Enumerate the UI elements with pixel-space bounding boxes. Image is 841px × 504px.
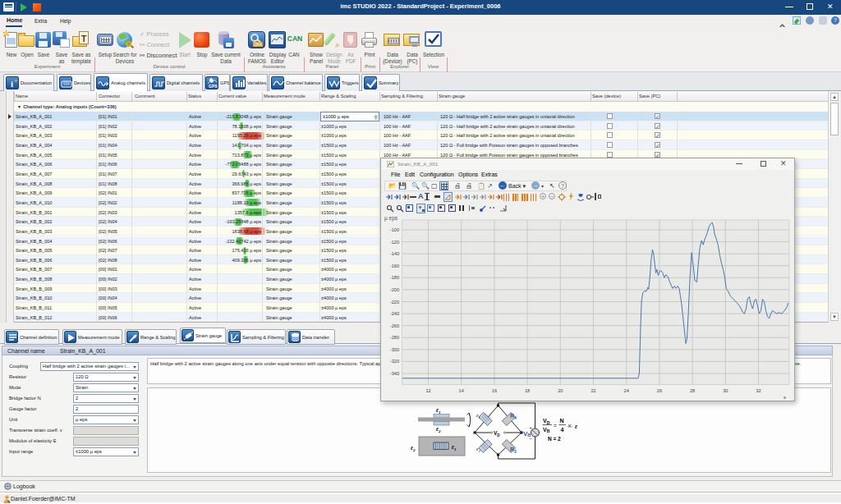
svg-text:22: 22 — [591, 388, 595, 393]
svg-text:i: i — [11, 79, 13, 89]
svg-text:-340: -340 — [390, 371, 399, 376]
svg-text:-200: -200 — [390, 287, 399, 292]
svg-text:-140: -140 — [390, 251, 399, 256]
svg-text:ε2: ε2 — [436, 425, 441, 433]
svg-text:ε1: ε1 — [476, 412, 480, 419]
svg-text:26: 26 — [657, 388, 662, 393]
svg-text:VD: VD — [494, 430, 500, 438]
svg-text:ε2: ε2 — [411, 444, 416, 452]
svg-text:14: 14 — [459, 388, 464, 393]
svg-text:ε: ε — [575, 423, 578, 430]
svg-text:18: 18 — [525, 388, 530, 393]
svg-text:-320: -320 — [390, 359, 399, 364]
svg-text:N = 2: N = 2 — [548, 436, 561, 442]
svg-text:VD: VD — [543, 418, 550, 425]
svg-text:+: + — [14, 78, 17, 84]
svg-text:-100: -100 — [390, 227, 399, 232]
svg-text:·K·: ·K· — [567, 424, 573, 428]
svg-text:30: 30 — [723, 388, 728, 393]
svg-text:ε1: ε1 — [436, 406, 441, 415]
svg-text:+: + — [530, 425, 532, 430]
svg-text:VB: VB — [543, 427, 550, 434]
svg-text:16: 16 — [492, 388, 497, 393]
svg-text:N: N — [560, 418, 564, 424]
svg-text:-180: -180 — [390, 275, 399, 280]
svg-text:-300: -300 — [390, 347, 399, 352]
svg-text:-240: -240 — [390, 311, 399, 316]
svg-text:-260: -260 — [390, 323, 399, 328]
svg-text:32: 32 — [756, 388, 761, 393]
svg-text:-220: -220 — [390, 300, 399, 305]
svg-text:-120: -120 — [390, 240, 399, 245]
svg-text:=: = — [554, 423, 557, 428]
svg-text:24: 24 — [624, 388, 629, 393]
svg-text:-160: -160 — [390, 263, 399, 268]
svg-text:12: 12 — [425, 388, 430, 393]
svg-text:4: 4 — [561, 427, 564, 433]
svg-text:VB: VB — [523, 430, 531, 438]
svg-text:-280: -280 — [390, 335, 399, 340]
svg-text:28: 28 — [690, 388, 695, 393]
svg-text:20: 20 — [558, 388, 563, 393]
svg-text:GPS: GPS — [209, 84, 218, 89]
